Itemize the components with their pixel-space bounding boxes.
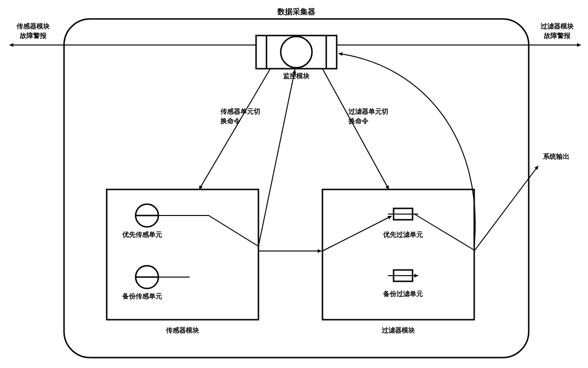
sensor-switch-line2: 换命令: [220, 117, 241, 125]
svg-line-10: [322, 216, 392, 251]
monitor-label: 监控模块: [283, 72, 310, 80]
filter-alarm-line1: 过滤器模块: [540, 22, 574, 30]
backup-filter-label: 备份过滤单元: [383, 290, 423, 297]
backup-sensor-label: 备份传感单元: [122, 292, 162, 300]
sensor-module: 传感器模块 优先传感单元 备份传感单元: [107, 189, 258, 334]
sensor-alarm-line2: 故障警报: [19, 32, 47, 39]
filter-switch-line2: 换命令: [348, 117, 369, 125]
system-diagram: 数据采集器 传感器模块 故障警报 过滤器模块 故障警报 监控模块 传感器单元切 …: [0, 0, 588, 368]
primary-sensor-label: 优先传感单元: [122, 231, 162, 238]
filter-feedback-arrow: [339, 54, 475, 246]
primary-filter-label: 优先过滤单元: [383, 231, 423, 238]
sensor-feedback-arrow: [258, 70, 295, 246]
filter-switch-line1: 过滤器单元切: [348, 108, 388, 115]
sensor-alarm-line1: 传感器模块: [16, 22, 50, 30]
filter-module: 过滤器模块 优先过滤单元 备份过滤单元: [322, 189, 474, 334]
sensor-module-label: 传感器模块: [165, 326, 199, 334]
system-output-label: 系统输出: [542, 153, 570, 160]
diagram-title: 数据采集器: [277, 8, 315, 16]
svg-rect-0: [256, 36, 337, 69]
svg-rect-4: [107, 189, 258, 320]
svg-point-3: [281, 36, 312, 68]
sensor-switch-arrow: [199, 69, 270, 189]
data-collector-container: [64, 19, 529, 358]
filter-switch-arrow: [322, 69, 389, 189]
svg-line-11: [414, 214, 474, 250]
filter-module-label: 过滤器模块: [381, 326, 415, 334]
sensor-switch-line1: 传感器单元切: [220, 108, 260, 115]
filter-alarm-line2: 故障警报: [543, 32, 571, 39]
